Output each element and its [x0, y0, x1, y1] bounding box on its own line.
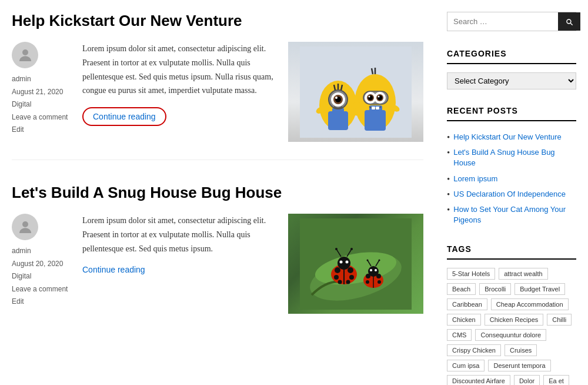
svg-point-45: [346, 280, 350, 284]
svg-rect-3: [328, 111, 348, 130]
post-title: Let's Build A Snug House Bug House: [12, 184, 423, 202]
tag-link[interactable]: Cum ipsa: [447, 360, 485, 371]
post-date: August 20, 2020: [12, 258, 71, 271]
svg-point-57: [366, 280, 369, 284]
tag-link[interactable]: Discounted Airfare: [447, 375, 510, 385]
tag-link[interactable]: 5-Star Hotels: [447, 268, 495, 280]
tag-link[interactable]: Budget Travel: [514, 283, 565, 295]
svg-point-44: [338, 280, 342, 284]
tag-link[interactable]: attract wealth: [499, 268, 547, 280]
svg-point-51: [350, 248, 353, 250]
post-image: [288, 214, 423, 314]
svg-point-56: [376, 274, 381, 278]
post-body: admin August 20, 2020 Digital Leave a co…: [12, 214, 423, 314]
tag-link[interactable]: Chicken: [447, 314, 481, 326]
tag-link[interactable]: Dolor: [514, 375, 540, 385]
list-item: Let's Build A Snug House Bug House: [447, 145, 576, 171]
search-button[interactable]: [558, 12, 580, 31]
post-edit-link[interactable]: Edit: [12, 297, 24, 306]
continue-reading-button[interactable]: Continue reading: [82, 107, 166, 126]
post-item: Let's Build A Snug House Bug House admin…: [12, 184, 423, 331]
post-title-link[interactable]: Help Kickstart Our New Venture: [12, 12, 242, 29]
category-select[interactable]: Select Category Digital Travel Food Tech…: [447, 72, 576, 89]
categories-heading: CATEGORIES: [447, 49, 576, 64]
continue-reading-wrap: Continue reading: [82, 265, 276, 275]
post-title-link[interactable]: Let's Build A Snug House Bug House: [12, 184, 282, 201]
tag-link[interactable]: CMS: [447, 329, 472, 341]
sidebar-categories: CATEGORIES Select Category Digital Trave…: [447, 49, 576, 89]
svg-point-59: [370, 269, 372, 271]
post-body: admin August 21, 2020 Digital Leave a co…: [12, 42, 423, 142]
svg-point-33: [22, 221, 28, 227]
post-text-col: Lorem ipsum dolor sit amet, consectetur …: [82, 42, 276, 142]
svg-point-49: [335, 248, 338, 250]
tag-link[interactable]: Crispy Chicken: [447, 344, 501, 356]
recent-post-link[interactable]: How to Set Your Cat Among Your Pigeons: [453, 204, 576, 225]
continue-reading-link[interactable]: Continue reading: [82, 265, 145, 274]
post-image: [288, 42, 423, 142]
svg-point-55: [366, 274, 370, 278]
recent-post-link[interactable]: Let's Build A Snug House Bug House: [453, 147, 576, 168]
svg-point-60: [375, 269, 377, 271]
sidebar-search: [447, 12, 576, 31]
tag-link[interactable]: Ea et: [543, 375, 569, 385]
svg-point-26: [378, 95, 380, 97]
post-category: Digital: [12, 98, 71, 111]
svg-point-58: [377, 280, 381, 284]
tag-link[interactable]: Consequuntur dolore: [475, 329, 546, 341]
svg-point-64: [379, 259, 380, 261]
continue-reading-wrap: Continue reading: [82, 107, 276, 126]
svg-rect-28: [376, 107, 379, 109]
svg-point-25: [369, 95, 370, 97]
list-item: US Declaration Of Independence: [447, 187, 576, 202]
post-author: admin: [12, 245, 71, 258]
tag-link[interactable]: Beach: [447, 283, 476, 295]
tags-container: 5-Star Hotelsattract wealthBeachBrocolli…: [447, 268, 576, 385]
post-text-col: Lorem ipsum dolor sit amet, consectetur …: [82, 214, 276, 314]
tag-link[interactable]: Brocolli: [479, 283, 511, 295]
tag-link[interactable]: Caribbean: [447, 298, 487, 310]
svg-point-62: [367, 259, 369, 261]
post-meta: admin August 21, 2020 Digital Leave a co…: [12, 73, 71, 137]
main-content: Help Kickstart Our New Venture admin Aug…: [12, 12, 423, 385]
svg-point-46: [340, 260, 343, 263]
post-comment-link[interactable]: Leave a comment: [12, 285, 68, 293]
tag-link[interactable]: Cruises: [505, 344, 537, 356]
recent-post-link[interactable]: Lorem ipsum: [453, 174, 497, 184]
post-author: admin: [12, 73, 71, 86]
tag-link[interactable]: Chilli: [547, 314, 572, 326]
avatar: [12, 214, 38, 240]
post-date: August 21, 2020: [12, 86, 71, 99]
post-meta-col: admin August 21, 2020 Digital Leave a co…: [12, 42, 71, 142]
sidebar-recent-posts: RECENT POSTS Help Kickstart Our New Vent…: [447, 106, 576, 228]
search-icon: [565, 18, 573, 26]
svg-point-42: [334, 275, 339, 280]
tag-link[interactable]: Cheap Accommodation: [491, 298, 569, 310]
post-excerpt: Lorem ipsum dolor sit amet, consectetur …: [82, 214, 276, 255]
recent-post-link[interactable]: US Declaration Of Independence: [453, 189, 566, 200]
svg-rect-16: [365, 110, 386, 131]
tags-heading: TAGS: [447, 244, 576, 260]
post-excerpt: Lorem ipsum dolor sit amet, consectetur …: [82, 42, 276, 98]
list-item: Lorem ipsum: [447, 171, 576, 187]
recent-post-link[interactable]: Help Kickstart Our New Venture: [453, 132, 562, 142]
svg-rect-1: [300, 47, 412, 138]
post-comment-link[interactable]: Leave a comment: [12, 113, 68, 121]
post-meta: admin August 20, 2020 Digital Leave a co…: [12, 245, 71, 308]
post-item: Help Kickstart Our New Venture admin Aug…: [12, 12, 423, 160]
list-item: How to Set Your Cat Among Your Pigeons: [447, 202, 576, 228]
post-thumbnail: [288, 214, 423, 314]
recent-posts-list: Help Kickstart Our New Venture Let's Bui…: [447, 130, 576, 228]
post-title: Help Kickstart Our New Venture: [12, 12, 423, 30]
tag-link[interactable]: Deserunt tempora: [488, 360, 550, 371]
post-thumbnail: [288, 42, 423, 142]
sidebar: CATEGORIES Select Category Digital Trave…: [447, 12, 576, 385]
recent-posts-heading: RECENT POSTS: [447, 106, 576, 121]
tag-link[interactable]: Chicken Recipes: [485, 314, 544, 326]
svg-rect-27: [372, 107, 375, 109]
search-input[interactable]: [447, 12, 558, 31]
post-edit-link[interactable]: Edit: [12, 125, 24, 134]
svg-point-40: [335, 267, 340, 273]
search-form[interactable]: [447, 12, 576, 31]
svg-point-41: [348, 267, 353, 273]
